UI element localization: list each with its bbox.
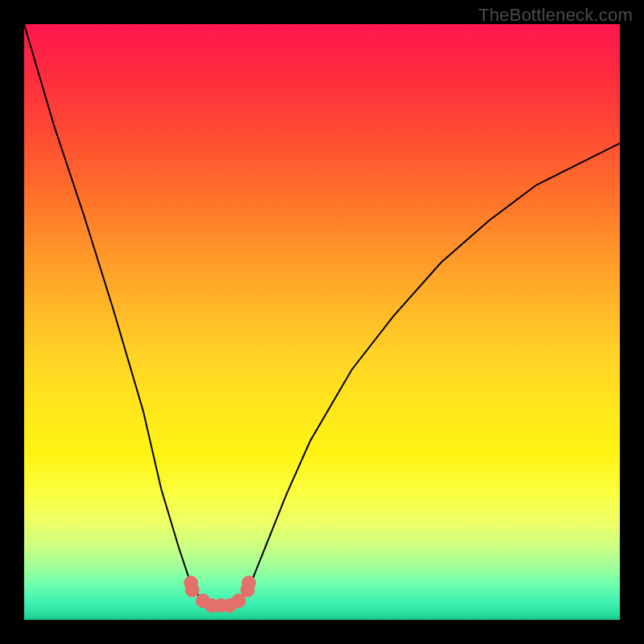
plot-area: [24, 24, 620, 620]
watermark-text: TheBottleneck.com: [478, 5, 633, 26]
marker-point: [242, 576, 256, 590]
chart-frame: TheBottleneck.com: [0, 0, 644, 644]
marker-group: [184, 576, 256, 613]
bottleneck-curve: [24, 24, 620, 608]
curve-layer: [24, 24, 620, 620]
marker-point: [185, 584, 199, 597]
